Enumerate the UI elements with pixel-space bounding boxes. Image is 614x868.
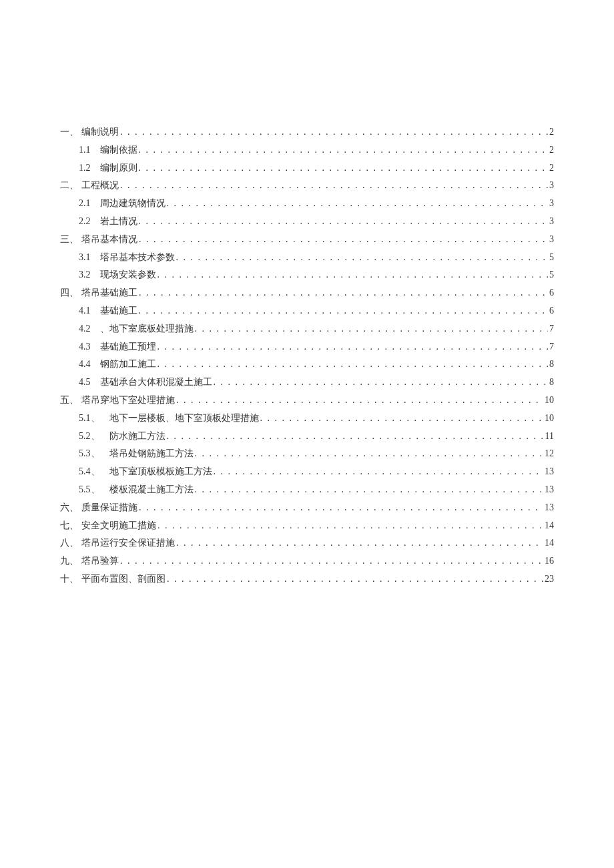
toc-page-number: 3 xyxy=(549,198,554,209)
toc-page-number: 11 xyxy=(545,431,554,442)
toc-number: 4.2 xyxy=(79,324,91,335)
toc-number: 5.4、 xyxy=(79,466,100,478)
toc-entry[interactable]: 5.5、楼板混凝土施工方法13 xyxy=(60,484,554,496)
toc-number: 五、 xyxy=(60,395,79,406)
toc-page-number: 5 xyxy=(549,270,554,281)
toc-page-number: 23 xyxy=(545,574,554,585)
toc-title: 塔吊验算 xyxy=(81,556,119,567)
toc-leader-dots xyxy=(139,145,549,156)
toc-entry[interactable]: 3.1塔吊基本技术参数5 xyxy=(60,252,554,264)
toc-page-number: 5 xyxy=(549,252,554,264)
toc-entry[interactable]: 4.1基础施工6 xyxy=(60,306,554,317)
toc-leader-dots xyxy=(139,306,549,317)
toc-entry[interactable]: 4.5基础承台大体积混凝土施工8 xyxy=(60,377,554,388)
toc-entry[interactable]: 六、质量保证措施13 xyxy=(60,502,554,514)
toc-number: 4.4 xyxy=(79,359,91,370)
toc-leader-dots xyxy=(195,324,549,335)
toc-title: 平面布置图、剖面图 xyxy=(81,574,166,585)
toc-title: 地下室顶板模板施工方法 xyxy=(109,466,212,478)
toc-entry[interactable]: 2.1周边建筑物情况3 xyxy=(60,198,554,209)
toc-entry[interactable]: 三、塔吊基本情况3 xyxy=(60,234,554,246)
toc-page-number: 14 xyxy=(545,538,554,549)
toc-page-number: 13 xyxy=(545,466,554,478)
toc-entry[interactable]: 2.2岩土情况3 xyxy=(60,216,554,228)
toc-number: 2.2 xyxy=(79,216,91,228)
toc-title: 编制依据 xyxy=(100,145,137,156)
toc-page-number: 7 xyxy=(549,324,554,335)
toc-entry[interactable]: 1.2编制原则2 xyxy=(60,163,554,174)
toc-title: 地下一层楼板、地下室顶板处理措施 xyxy=(109,413,259,424)
toc-entry[interactable]: 一、编制说明2 xyxy=(60,127,554,138)
toc-page-number: 2 xyxy=(549,163,554,174)
toc-entry[interactable]: 5.3、塔吊处钢筋施工方法12 xyxy=(60,448,554,460)
toc-page-number: 13 xyxy=(545,484,554,496)
toc-page-number: 6 xyxy=(549,306,554,317)
toc-number: 2.1 xyxy=(79,198,91,209)
toc-page-number: 14 xyxy=(545,520,554,532)
toc-leader-dots xyxy=(176,395,543,406)
toc-number: 4.1 xyxy=(79,306,91,317)
toc-entry[interactable]: 四、塔吊基础施工6 xyxy=(60,288,554,299)
toc-title: 质量保证措施 xyxy=(81,502,137,514)
toc-entry[interactable]: 二、工程概况3 xyxy=(60,180,554,191)
toc-entry[interactable]: 九、塔吊验算16 xyxy=(60,556,554,567)
toc-page-number: 6 xyxy=(549,288,554,299)
toc-leader-dots xyxy=(120,556,543,567)
toc-entry[interactable]: 3.2现场安装参数5 xyxy=(60,270,554,281)
toc-title: 岩土情况 xyxy=(100,216,137,228)
toc-leader-dots xyxy=(176,252,549,264)
toc-page-number: 3 xyxy=(549,234,554,246)
toc-number: 5.3、 xyxy=(79,448,100,460)
toc-number: 九、 xyxy=(60,556,79,567)
toc-entry[interactable]: 4.2、地下室底板处理措施7 xyxy=(60,324,554,335)
toc-title: 塔吊穿地下室处理措施 xyxy=(81,395,175,406)
toc-number: 七、 xyxy=(60,520,79,532)
toc-title: 周边建筑物情况 xyxy=(100,198,166,209)
toc-number: 1.2 xyxy=(79,163,91,174)
toc-page-number: 10 xyxy=(545,395,554,406)
toc-page-number: 12 xyxy=(545,448,554,460)
toc-title: 防水施工方法 xyxy=(109,431,166,442)
toc-entry[interactable]: 5.4、地下室顶板模板施工方法13 xyxy=(60,466,554,478)
toc-number: 5.1、 xyxy=(79,413,100,424)
toc-leader-dots xyxy=(167,431,544,442)
toc-entry[interactable]: 十、平面布置图、剖面图23 xyxy=(60,574,554,585)
toc-leader-dots xyxy=(158,359,549,370)
toc-entry[interactable]: 4.4钢筋加工施工8 xyxy=(60,359,554,370)
toc-page-number: 8 xyxy=(549,359,554,370)
toc-leader-dots xyxy=(120,180,548,191)
toc-title: 塔吊处钢筋施工方法 xyxy=(109,448,194,460)
toc-page-number: 2 xyxy=(549,127,554,138)
toc-title: 安全文明施工措施 xyxy=(81,520,156,532)
toc-entry[interactable]: 1.1编制依据2 xyxy=(60,145,554,156)
toc-title: 楼板混凝土施工方法 xyxy=(109,484,194,496)
toc-number: 5.5、 xyxy=(79,484,100,496)
toc-title: 、地下室底板处理措施 xyxy=(100,324,194,335)
toc-number: 4.3 xyxy=(79,342,91,353)
toc-entry[interactable]: 5.2、防水施工方法11 xyxy=(60,431,554,442)
toc-number: 六、 xyxy=(60,502,79,514)
toc-title: 工程概况 xyxy=(81,180,119,191)
toc-number: 十、 xyxy=(60,574,79,585)
toc-number: 三、 xyxy=(60,234,79,246)
toc-page-number: 13 xyxy=(545,502,554,514)
toc-title: 编制说明 xyxy=(81,127,119,138)
toc-leader-dots xyxy=(158,520,543,532)
toc-leader-dots xyxy=(167,198,549,209)
table-of-contents: 一、编制说明21.1编制依据21.2编制原则2二、工程概况32.1周边建筑物情况… xyxy=(60,127,554,585)
toc-number: 四、 xyxy=(60,288,79,299)
toc-leader-dots xyxy=(139,288,548,299)
toc-entry[interactable]: 七、安全文明施工措施14 xyxy=(60,520,554,532)
toc-number: 一、 xyxy=(60,127,79,138)
toc-number: 1.1 xyxy=(79,145,91,156)
toc-leader-dots xyxy=(139,502,543,514)
toc-number: 3.2 xyxy=(79,270,91,281)
toc-page-number: 3 xyxy=(549,180,554,191)
toc-entry[interactable]: 八、塔吊运行安全保证措施14 xyxy=(60,538,554,549)
toc-entry[interactable]: 5.1、地下一层楼板、地下室顶板处理措施10 xyxy=(60,413,554,424)
toc-entry[interactable]: 五、塔吊穿地下室处理措施10 xyxy=(60,395,554,406)
toc-title: 塔吊基本技术参数 xyxy=(100,252,175,264)
toc-entry[interactable]: 4.3基础施工预埋7 xyxy=(60,342,554,353)
toc-leader-dots xyxy=(176,538,543,549)
toc-title: 编制原则 xyxy=(100,163,137,174)
